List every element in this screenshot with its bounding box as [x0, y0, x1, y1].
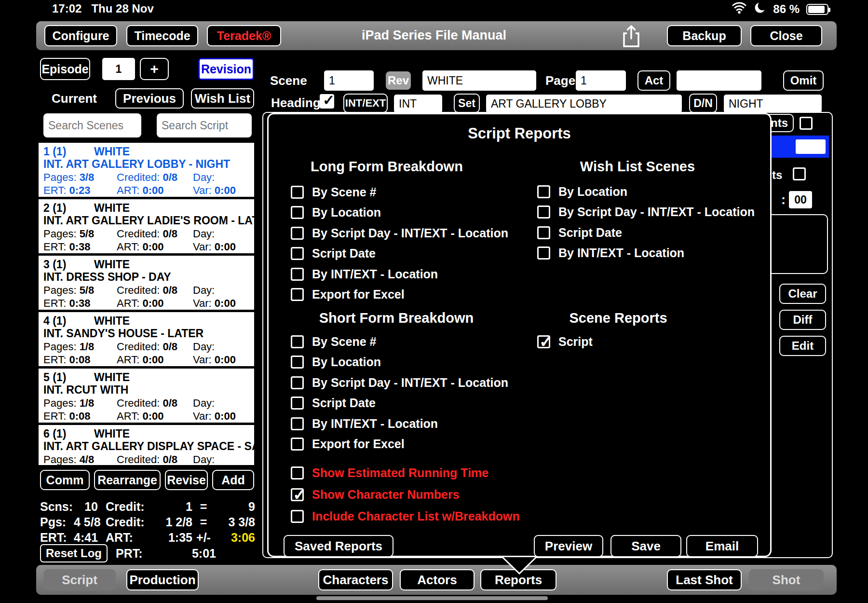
preview-button[interactable]: Preview	[534, 535, 603, 557]
tab-current[interactable]: Current	[39, 88, 110, 109]
scene-list-item[interactable]: 6 (1)WHITE INT. ART GALLERY DISPLAY SPAC…	[39, 425, 254, 465]
checkbox[interactable]	[291, 186, 304, 199]
report-option[interactable]: Export for Excel	[291, 434, 508, 455]
report-option[interactable]: By Location	[537, 181, 755, 202]
add-button[interactable]: Add	[212, 470, 254, 490]
checkbox[interactable]	[291, 510, 304, 523]
report-option[interactable]: Show Estimated Running Time	[291, 462, 520, 484]
report-option[interactable]: By INT/EXT - Location	[537, 243, 755, 264]
scene-list-item[interactable]: 1 (1)WHITE INT. ART GALLERY LOBBY - NIGH…	[39, 143, 254, 199]
tab-previous[interactable]: Previous	[115, 88, 184, 109]
saved-reports-button[interactable]: Saved Reports	[284, 535, 393, 557]
checkbox[interactable]	[291, 397, 304, 410]
cutoff-checkbox-ts[interactable]	[793, 167, 806, 180]
checkbox[interactable]	[291, 268, 304, 281]
email-button[interactable]: Email	[686, 535, 758, 557]
clear-button[interactable]: Clear	[779, 284, 826, 304]
minutes-input[interactable]: 00	[789, 191, 812, 208]
shot-button[interactable]: Shot	[749, 569, 824, 590]
checkbox[interactable]	[291, 376, 304, 389]
script-tab-button[interactable]: Script	[43, 569, 116, 590]
checkbox[interactable]	[537, 335, 550, 348]
report-option[interactable]: Show Character Numbers	[291, 484, 520, 506]
rev-color-input[interactable]	[422, 70, 536, 91]
checkbox[interactable]	[537, 247, 550, 260]
close-button[interactable]: Close	[750, 25, 822, 46]
scene-list-item[interactable]: 2 (1)WHITE INT. ART GALLERY LADIE'S ROOM…	[39, 199, 254, 256]
share-icon[interactable]	[620, 24, 642, 51]
checkbox[interactable]	[291, 356, 304, 369]
int-ext-button[interactable]: INT/EXT	[343, 94, 388, 113]
configure-button[interactable]: Configure	[44, 25, 117, 46]
checkbox[interactable]	[291, 288, 304, 301]
cutoff-checkbox-top[interactable]	[800, 117, 813, 130]
diff-button[interactable]: Diff	[779, 310, 826, 330]
episode-add-button[interactable]: +	[140, 58, 169, 80]
checkbox[interactable]	[291, 438, 304, 451]
tab-wish-list[interactable]: Wish List	[191, 88, 254, 109]
report-option[interactable]: By INT/EXT - Location	[291, 264, 508, 285]
search-script-input[interactable]	[157, 113, 252, 137]
report-option[interactable]: By Scene #	[291, 331, 508, 352]
checkbox[interactable]	[291, 417, 304, 430]
checkbox[interactable]	[291, 466, 304, 480]
scene-list-item[interactable]: 5 (1)WHITE INT. RCUT WITH Pages: 1/8 Cre…	[39, 369, 254, 425]
checkbox[interactable]	[537, 206, 550, 219]
checkbox[interactable]	[291, 227, 304, 240]
save-button[interactable]: Save	[610, 535, 681, 557]
report-option[interactable]: By Scene #	[291, 182, 508, 203]
teradek-button[interactable]: Teradek®	[207, 25, 281, 46]
reset-log-button[interactable]: Reset Log	[40, 544, 108, 562]
report-option[interactable]: By INT/EXT - Location	[291, 413, 508, 434]
heading-checkbox[interactable]	[320, 94, 334, 109]
status-bar: 17:02 Thu 28 Nov 86 %	[0, 0, 868, 17]
rearrange-button[interactable]: Rearrange	[94, 470, 161, 490]
day-night-button[interactable]: D/N	[689, 94, 717, 113]
report-option[interactable]: Script Date	[291, 244, 508, 264]
episode-number-input[interactable]	[102, 58, 135, 80]
omit-button[interactable]: Omit	[783, 70, 824, 91]
scene-rev-color: WHITE	[94, 258, 130, 271]
set-button[interactable]: Set	[454, 94, 480, 113]
page-number-input[interactable]	[576, 70, 626, 91]
checkbox[interactable]	[291, 247, 304, 260]
last-shot-button[interactable]: Last Shot	[667, 569, 742, 590]
report-option[interactable]: By Script Day - INT/EXT - Location	[291, 372, 508, 393]
report-option[interactable]: By Location	[291, 352, 508, 373]
scene-list-item[interactable]: 4 (1)WHITE INT. SANDY'S HOUSE - LATER Pa…	[39, 312, 254, 369]
checkbox[interactable]	[291, 488, 304, 501]
scene-number-input[interactable]	[324, 70, 374, 91]
act-input[interactable]	[677, 70, 761, 91]
revision-button[interactable]: Revision	[198, 58, 254, 80]
report-option[interactable]: Script Date	[537, 222, 755, 243]
comm-button[interactable]: Comm	[40, 470, 90, 490]
report-option[interactable]: Script	[537, 331, 593, 352]
home-indicator[interactable]	[316, 596, 548, 600]
highlighted-field[interactable]	[771, 136, 829, 158]
set-input[interactable]	[486, 95, 682, 113]
production-tab-button[interactable]: Production	[126, 569, 199, 590]
backup-button[interactable]: Backup	[667, 25, 742, 46]
act-button[interactable]: Act	[637, 70, 670, 91]
checkbox[interactable]	[291, 335, 304, 348]
day-night-input[interactable]	[724, 95, 822, 113]
checkbox[interactable]	[291, 206, 304, 219]
revise-button[interactable]: Revise	[165, 470, 208, 490]
episode-button[interactable]: Episode	[40, 58, 90, 80]
actors-button[interactable]: Actors	[400, 569, 475, 590]
rev-button[interactable]: Rev	[386, 71, 411, 90]
report-option[interactable]: By Location	[291, 203, 508, 223]
report-option[interactable]: Export for Excel	[291, 285, 508, 305]
int-ext-input[interactable]	[394, 95, 442, 113]
scene-list-item[interactable]: 3 (1)WHITE INT. DRESS SHOP - DAY Pages: …	[39, 256, 254, 312]
report-option[interactable]: By Script Day - INT/EXT - Location	[537, 202, 755, 223]
report-option[interactable]: Include Character List w/Breakdown	[291, 506, 520, 527]
checkbox[interactable]	[537, 185, 550, 198]
report-option[interactable]: By Script Day - INT/EXT - Location	[291, 223, 508, 244]
characters-button[interactable]: Characters	[318, 569, 393, 590]
search-scenes-input[interactable]	[43, 113, 141, 137]
edit-button[interactable]: Edit	[779, 336, 826, 356]
timecode-button[interactable]: Timecode	[126, 25, 198, 46]
checkbox[interactable]	[537, 226, 550, 239]
report-option[interactable]: Script Date	[291, 393, 508, 414]
